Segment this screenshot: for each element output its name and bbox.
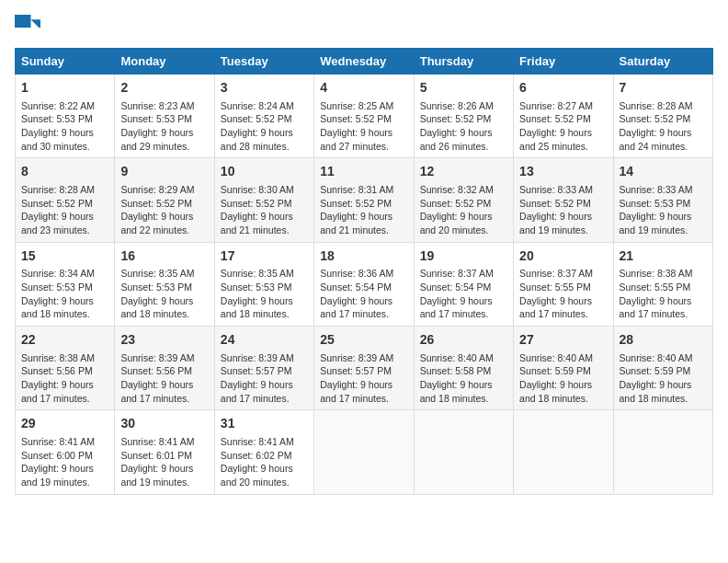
sunset: Sunset: 5:53 PM xyxy=(221,282,292,293)
sunrise: Sunrise: 8:35 AM xyxy=(221,268,294,279)
svg-rect-3 xyxy=(15,28,40,40)
sunset: Sunset: 5:54 PM xyxy=(320,282,392,293)
sunset: Sunset: 5:55 PM xyxy=(620,282,691,293)
sunset: Sunset: 5:57 PM xyxy=(320,365,392,376)
calendar-day-cell: 16Sunrise: 8:35 AMSunset: 5:53 PMDayligh… xyxy=(115,242,214,326)
daylight-label: Daylight: 9 hours and 17 minutes. xyxy=(320,295,392,320)
calendar-day-cell: 27Sunrise: 8:40 AMSunset: 5:59 PMDayligh… xyxy=(514,327,613,410)
calendar-header-cell: Sunday xyxy=(16,49,115,75)
calendar-day-cell xyxy=(514,410,613,494)
logo xyxy=(15,15,44,40)
daylight-label: Daylight: 9 hours and 17 minutes. xyxy=(320,379,392,404)
calendar-day-cell: 18Sunrise: 8:36 AMSunset: 5:54 PMDayligh… xyxy=(314,242,414,326)
daylight-label: Daylight: 9 hours and 20 minutes. xyxy=(221,463,293,488)
calendar-day-cell: 20Sunrise: 8:37 AMSunset: 5:55 PMDayligh… xyxy=(514,242,613,326)
day-number: 23 xyxy=(120,331,208,350)
calendar-header-cell: Wednesday xyxy=(314,49,414,75)
sunset: Sunset: 5:54 PM xyxy=(420,282,492,293)
calendar-body: 1Sunrise: 8:22 AMSunset: 5:53 PMDaylight… xyxy=(16,75,713,495)
calendar-day-cell: 31Sunrise: 8:41 AMSunset: 6:02 PMDayligh… xyxy=(214,410,313,494)
sunrise: Sunrise: 8:40 AM xyxy=(620,352,693,363)
sunrise: Sunrise: 8:24 AM xyxy=(221,100,294,111)
daylight-label: Daylight: 9 hours and 17 minutes. xyxy=(120,379,193,404)
calendar-day-cell: 11Sunrise: 8:31 AMSunset: 5:52 PMDayligh… xyxy=(314,158,414,242)
sunset: Sunset: 5:52 PM xyxy=(519,113,591,124)
day-number: 18 xyxy=(320,247,407,266)
calendar-day-cell: 12Sunrise: 8:32 AMSunset: 5:52 PMDayligh… xyxy=(414,158,513,242)
sunset: Sunset: 5:52 PM xyxy=(420,198,492,209)
sunrise: Sunrise: 8:38 AM xyxy=(21,352,95,363)
daylight-label: Daylight: 9 hours and 23 minutes. xyxy=(21,211,94,236)
daylight-label: Daylight: 9 hours and 18 minutes. xyxy=(420,379,493,404)
sunrise: Sunrise: 8:39 AM xyxy=(120,352,194,363)
calendar-day-cell xyxy=(613,410,712,494)
sunrise: Sunrise: 8:40 AM xyxy=(519,352,593,363)
sunrise: Sunrise: 8:35 AM xyxy=(120,268,194,279)
calendar-header-cell: Friday xyxy=(514,49,613,75)
calendar-day-cell xyxy=(414,410,513,494)
calendar-day-cell: 3Sunrise: 8:24 AMSunset: 5:52 PMDaylight… xyxy=(214,75,313,158)
day-number: 21 xyxy=(620,247,707,266)
calendar-day-cell: 5Sunrise: 8:26 AMSunset: 5:52 PMDaylight… xyxy=(414,75,513,158)
sunrise: Sunrise: 8:28 AM xyxy=(620,100,693,111)
sunset: Sunset: 5:53 PM xyxy=(120,282,192,293)
sunrise: Sunrise: 8:41 AM xyxy=(120,436,194,447)
sunset: Sunset: 5:56 PM xyxy=(21,365,93,376)
day-number: 22 xyxy=(21,331,108,350)
calendar-week-row: 8Sunrise: 8:28 AMSunset: 5:52 PMDaylight… xyxy=(16,158,713,242)
daylight-label: Daylight: 9 hours and 26 minutes. xyxy=(420,127,493,152)
day-number: 9 xyxy=(120,163,208,181)
day-number: 30 xyxy=(120,415,208,433)
sunrise: Sunrise: 8:33 AM xyxy=(620,184,693,195)
calendar-week-row: 15Sunrise: 8:34 AMSunset: 5:53 PMDayligh… xyxy=(16,242,713,326)
daylight-label: Daylight: 9 hours and 30 minutes. xyxy=(21,127,94,152)
sunset: Sunset: 5:52 PM xyxy=(519,198,591,209)
daylight-label: Daylight: 9 hours and 17 minutes. xyxy=(420,295,493,320)
day-number: 12 xyxy=(420,163,507,181)
day-number: 31 xyxy=(221,415,308,433)
sunrise: Sunrise: 8:38 AM xyxy=(620,268,693,279)
sunset: Sunset: 5:53 PM xyxy=(620,198,691,209)
calendar-day-cell: 4Sunrise: 8:25 AMSunset: 5:52 PMDaylight… xyxy=(314,75,414,158)
sunset: Sunset: 5:52 PM xyxy=(21,198,93,209)
svg-rect-2 xyxy=(15,15,31,28)
daylight-label: Daylight: 9 hours and 19 minutes. xyxy=(21,463,94,488)
sunrise: Sunrise: 8:30 AM xyxy=(221,184,294,195)
day-number: 1 xyxy=(21,79,108,98)
day-number: 24 xyxy=(221,331,308,350)
sunrise: Sunrise: 8:25 AM xyxy=(320,100,393,111)
calendar-day-cell: 29Sunrise: 8:41 AMSunset: 6:00 PMDayligh… xyxy=(16,410,115,494)
calendar-day-cell: 9Sunrise: 8:29 AMSunset: 5:52 PMDaylight… xyxy=(115,158,214,242)
daylight-label: Daylight: 9 hours and 17 minutes. xyxy=(221,379,293,404)
calendar-header-cell: Thursday xyxy=(414,49,513,75)
sunrise: Sunrise: 8:32 AM xyxy=(420,184,494,195)
sunrise: Sunrise: 8:28 AM xyxy=(21,184,95,195)
day-number: 17 xyxy=(221,247,308,266)
calendar-day-cell: 17Sunrise: 8:35 AMSunset: 5:53 PMDayligh… xyxy=(214,242,313,326)
calendar-header-cell: Monday xyxy=(115,49,214,75)
calendar-day-cell: 19Sunrise: 8:37 AMSunset: 5:54 PMDayligh… xyxy=(414,242,513,326)
daylight-label: Daylight: 9 hours and 28 minutes. xyxy=(221,127,293,152)
day-number: 27 xyxy=(519,331,607,350)
daylight-label: Daylight: 9 hours and 21 minutes. xyxy=(221,211,293,236)
daylight-label: Daylight: 9 hours and 22 minutes. xyxy=(120,211,193,236)
sunrise: Sunrise: 8:22 AM xyxy=(21,100,95,111)
sunrise: Sunrise: 8:39 AM xyxy=(320,352,393,363)
sunset: Sunset: 5:52 PM xyxy=(420,113,492,124)
daylight-label: Daylight: 9 hours and 20 minutes. xyxy=(420,211,493,236)
calendar-week-row: 22Sunrise: 8:38 AMSunset: 5:56 PMDayligh… xyxy=(16,327,713,410)
daylight-label: Daylight: 9 hours and 18 minutes. xyxy=(519,379,592,404)
calendar-table: SundayMondayTuesdayWednesdayThursdayFrid… xyxy=(15,48,713,495)
day-number: 10 xyxy=(221,163,308,181)
sunset: Sunset: 5:52 PM xyxy=(221,113,292,124)
sunset: Sunset: 5:55 PM xyxy=(519,282,591,293)
sunset: Sunset: 6:00 PM xyxy=(21,450,93,461)
sunrise: Sunrise: 8:41 AM xyxy=(21,436,95,447)
calendar-day-cell: 13Sunrise: 8:33 AMSunset: 5:52 PMDayligh… xyxy=(514,158,613,242)
sunrise: Sunrise: 8:41 AM xyxy=(221,436,294,447)
calendar-day-cell: 14Sunrise: 8:33 AMSunset: 5:53 PMDayligh… xyxy=(613,158,712,242)
day-number: 5 xyxy=(420,79,507,98)
calendar-day-cell: 22Sunrise: 8:38 AMSunset: 5:56 PMDayligh… xyxy=(16,327,115,410)
sunset: Sunset: 5:59 PM xyxy=(620,365,691,376)
daylight-label: Daylight: 9 hours and 24 minutes. xyxy=(620,127,692,152)
